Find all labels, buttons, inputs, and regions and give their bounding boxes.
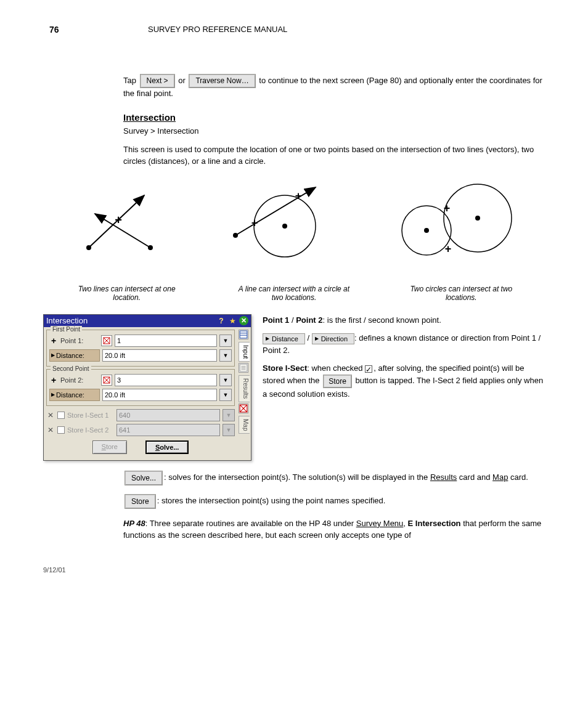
caption-two-circles: Two circles can intersect at two locatio… (399, 285, 523, 302)
plus-icon: + (49, 336, 58, 346)
text: : solves for the intersection point(s). … (164, 473, 430, 482)
store1-checkbox[interactable] (57, 412, 65, 419)
text: , (403, 519, 407, 528)
point2-dropdown[interactable]: ▼ (219, 374, 232, 386)
text: : is the first / second known point. (323, 315, 441, 325)
text: Tap (123, 76, 139, 85)
text: HP 48 (123, 519, 145, 528)
traverse-now-button-inline: Traverse Now… (189, 74, 255, 88)
svg-point-8 (282, 224, 287, 229)
tab-input[interactable]: Input (239, 342, 250, 362)
hp48-note: HP 48: Three separate routines are avail… (123, 517, 545, 542)
next-button-inline: Next > (140, 74, 175, 88)
distance1-input[interactable] (102, 349, 217, 362)
distance-label: Distance: (56, 352, 84, 359)
distance-toggle-2[interactable]: ▶Distance: (49, 389, 100, 401)
store1-label: Store I-Sect 1 (67, 412, 114, 419)
footer-date: 9/12/01 (43, 566, 545, 574)
diagram-two-lines: + (70, 186, 169, 260)
field-descriptions: Point 1 / Point 2: is the first / second… (263, 314, 545, 407)
map-pick-icon[interactable] (101, 335, 112, 346)
header-title: SURVEY PRO REFERENCE MANUAL (148, 25, 287, 34)
star-icon[interactable]: ★ (227, 316, 237, 326)
store1-input (116, 409, 220, 421)
map-pick-icon[interactable] (101, 375, 112, 386)
distance-button-inline: ▶Distance (263, 333, 305, 344)
text: Distance (272, 334, 298, 344)
titlebar: Intersection ? ★ ✕ (44, 315, 251, 327)
text: or (178, 76, 187, 85)
svg-text:+: + (115, 213, 122, 227)
store-button-inline: Store (125, 494, 156, 509)
svg-text:+: + (251, 217, 258, 229)
tab-icon-map[interactable] (239, 404, 248, 413)
tab-icon-results[interactable] (239, 363, 248, 373)
point1-input[interactable] (115, 335, 217, 347)
text: Store I-Sect (263, 363, 307, 373)
distance-label: Distance: (56, 391, 84, 399)
caption-row: Two lines can intersect at one location.… (43, 285, 545, 302)
direction-button-inline: ▶Direction (312, 333, 354, 344)
intersection-dialog: Intersection ? ★ ✕ First Point + (43, 314, 251, 461)
text: Survey Menu (356, 519, 404, 528)
store1-dropdown: ▼ (223, 409, 235, 421)
store2-checkbox[interactable] (57, 426, 65, 434)
point2-label: Point 2: (60, 376, 99, 384)
svg-point-14 (424, 228, 429, 233)
group-label-second: Second Point (51, 365, 91, 372)
cross-icon: ✕ (46, 426, 55, 434)
help-icon[interactable]: ? (216, 316, 226, 326)
first-point-group: First Point + Point 1: ▼ (46, 330, 235, 367)
text: card and (457, 473, 492, 482)
caption-two-lines: Two lines can intersect at one location. (65, 285, 189, 302)
svg-text:+: + (444, 202, 451, 214)
svg-text:+: + (445, 243, 452, 255)
diagram-two-circles: + + (388, 180, 518, 266)
page-number: 76 (49, 25, 59, 34)
second-point-group: Second Point + Point 2: ▼ (46, 369, 235, 406)
section-menu-path: Survey > Intersection (123, 126, 545, 136)
store-description: Store: stores the intersection point(s) … (123, 494, 545, 509)
store2-dropdown: ▼ (223, 424, 235, 436)
close-icon[interactable]: ✕ (239, 316, 248, 326)
section-title: Intersection (123, 112, 545, 123)
caption-line-circle: A line can intersect with a circle at tw… (232, 285, 356, 302)
svg-text:+: + (295, 190, 302, 202)
solve-button[interactable]: Solve... (145, 440, 189, 454)
distance-toggle-1[interactable]: ▶Distance: (49, 349, 100, 362)
store-button-inline: Store (323, 375, 352, 388)
point1-label: Point 1: (60, 337, 99, 344)
text: Results (430, 473, 457, 482)
text: : stores the intersection point(s) using… (157, 496, 386, 505)
checkbox-icon (365, 365, 372, 373)
diagram-line-circle: + + (223, 180, 334, 266)
text: / (307, 333, 311, 343)
solve-description: Solve...: solves for the intersection po… (123, 471, 545, 485)
tab-results[interactable]: Results (239, 375, 250, 402)
tab-map[interactable]: Map (239, 416, 250, 434)
svg-line-10 (235, 187, 316, 235)
side-tabs: Input Results Map (237, 327, 251, 460)
diagram-row: + + + (43, 180, 545, 266)
point2-input[interactable] (115, 374, 217, 386)
store-button[interactable]: Store (92, 440, 127, 454)
text: E Intersection (408, 519, 461, 528)
intro-paragraph: Tap Next > or Traverse Now… to continue … (123, 74, 545, 100)
distance2-input[interactable] (102, 389, 217, 401)
text: : when checked (307, 363, 365, 373)
group-label-first: First Point (51, 326, 82, 333)
cross-icon: ✕ (46, 411, 55, 420)
distance2-dropdown[interactable]: ▼ (219, 389, 232, 401)
text: Point 2 (296, 315, 322, 325)
store2-input (116, 424, 220, 436)
text: card. (508, 473, 528, 482)
section-description: This screen is used to compute the locat… (123, 144, 545, 168)
store2-label: Store I-Sect 2 (67, 426, 114, 434)
point1-dropdown[interactable]: ▼ (219, 335, 232, 347)
tab-icon-input[interactable] (239, 330, 248, 339)
text: Direction (321, 334, 348, 344)
dialog-title: Intersection (46, 316, 215, 325)
svg-point-16 (475, 216, 480, 221)
distance1-dropdown[interactable]: ▼ (219, 349, 232, 362)
text: : Three separate routines are available … (145, 519, 356, 528)
